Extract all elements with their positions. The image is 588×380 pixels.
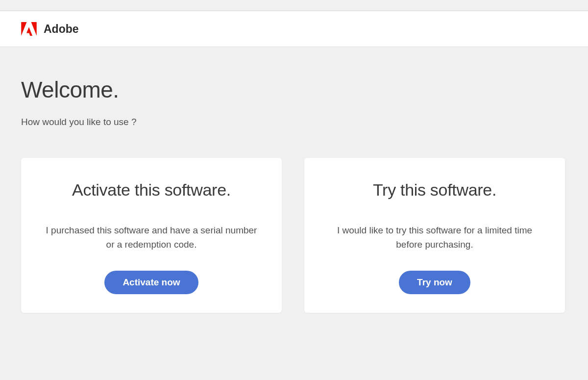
- activate-now-button[interactable]: Activate now: [104, 271, 198, 294]
- try-card-title: Try this software.: [319, 180, 550, 200]
- activate-card-description: I purchased this software and have a ser…: [36, 223, 267, 252]
- brand-name: Adobe: [44, 23, 79, 36]
- top-spacer: [0, 0, 588, 11]
- try-card-description: I would like to try this software for a …: [319, 223, 550, 252]
- try-card: Try this software. I would like to try t…: [304, 158, 565, 313]
- header-bar: Adobe: [0, 11, 588, 47]
- brand-logo: Adobe: [21, 22, 79, 36]
- activate-card: Activate this software. I purchased this…: [21, 158, 282, 313]
- adobe-logo-icon: [21, 22, 37, 36]
- activate-card-title: Activate this software.: [36, 180, 267, 200]
- page-title: Welcome.: [21, 76, 567, 103]
- option-cards: Activate this software. I purchased this…: [21, 158, 567, 313]
- try-now-button[interactable]: Try now: [399, 271, 470, 294]
- main-content: Welcome. How would you like to use ? Act…: [0, 47, 588, 313]
- page-subtitle: How would you like to use ?: [21, 117, 567, 127]
